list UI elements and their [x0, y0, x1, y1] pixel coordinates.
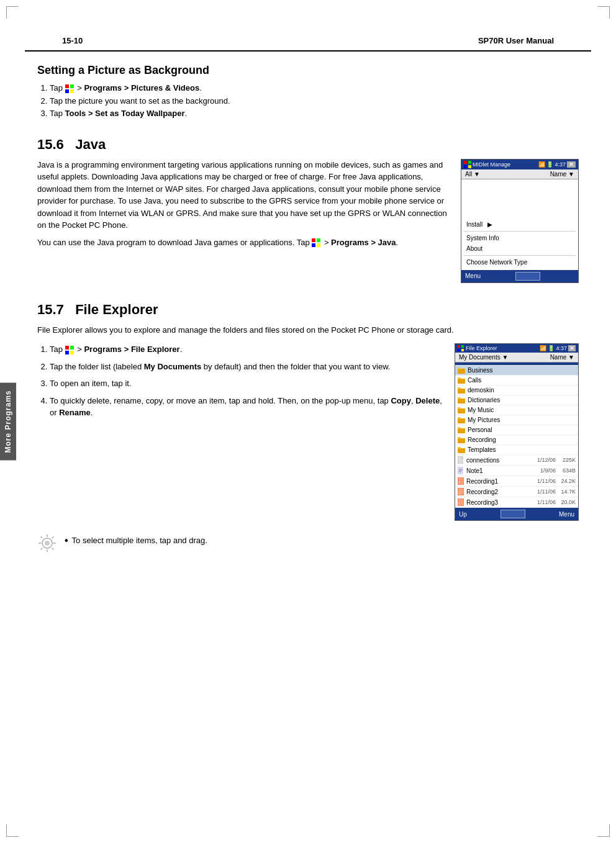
fe-row-recording3[interactable]: ♪ Recording3 1/11/06 20.0K	[455, 497, 578, 508]
file-step-2: Tap the folder list (labeled My Document…	[50, 361, 442, 373]
sidebar-tab: More Programs	[0, 382, 16, 460]
svg-rect-19	[461, 349, 464, 351]
setting-steps: Tap > Programs > Pictures & Videos. Tap …	[37, 83, 579, 118]
fe-center-btn[interactable]	[500, 510, 525, 518]
section-java: 15.6 Java Java is a programming environm…	[37, 137, 579, 283]
svg-rect-18	[458, 349, 460, 351]
svg-rect-21	[458, 367, 461, 369]
svg-rect-8	[464, 161, 467, 164]
svg-rect-12	[65, 346, 69, 349]
fe-row-templates[interactable]: Templates	[455, 445, 578, 455]
step1-bold: Programs > Pictures & Videos	[84, 83, 199, 92]
java-phone-center-btn[interactable]	[515, 272, 540, 281]
svg-rect-17	[461, 345, 464, 348]
svg-rect-7	[317, 243, 320, 247]
tip-icon	[37, 533, 57, 553]
svg-rect-22	[458, 379, 465, 384]
svg-rect-34	[458, 438, 465, 443]
java-menu-divider2	[464, 255, 576, 256]
midlet-icon	[464, 161, 471, 168]
fe-row-personal[interactable]: Personal	[455, 425, 578, 435]
svg-rect-25	[458, 387, 461, 389]
svg-rect-1	[70, 84, 74, 88]
delete-label: Delete	[415, 396, 440, 405]
svg-rect-13	[70, 346, 74, 349]
java-menu-divider	[464, 231, 576, 232]
java-para-2: You can use the Java program to download…	[37, 237, 448, 249]
fe-row-business[interactable]: Business	[455, 366, 578, 376]
file-heading: 15.7 File Explorer	[37, 302, 579, 318]
fe-menu-btn[interactable]: Menu	[559, 511, 574, 518]
setting-heading: Setting a Picture as Background	[37, 64, 579, 77]
java-phone-menu-btn[interactable]: Menu	[465, 273, 481, 279]
svg-line-58	[41, 548, 43, 550]
svg-rect-16	[458, 345, 460, 348]
fe-up-btn[interactable]: Up	[459, 511, 467, 518]
fe-folder-icon-business	[458, 367, 465, 374]
section-file-explorer: 15.7 File Explorer File Explorer allows …	[37, 302, 579, 521]
step3-bold: Tools > Set as Today Wallpaper	[65, 109, 185, 118]
svg-line-55	[41, 537, 43, 539]
java-text-area: Java is a programming environment target…	[37, 159, 448, 283]
fe-title-text: File Explorer	[466, 345, 497, 351]
fe-row-calls[interactable]: Calls	[455, 376, 578, 385]
svg-rect-20	[458, 369, 465, 374]
fe-file-icon-recording3: ♪	[458, 498, 464, 506]
setting-step-1: Tap > Programs > Pictures & Videos.	[50, 83, 579, 93]
fe-row-dictionaries[interactable]: Dictionaries	[455, 395, 578, 405]
svg-rect-6	[312, 243, 315, 247]
corner-mark-tr	[597, 6, 610, 19]
fe-row-recording[interactable]: Recording	[455, 435, 578, 445]
windows-icon-2	[312, 238, 320, 247]
corner-mark-bl	[6, 824, 19, 837]
svg-rect-10	[464, 165, 467, 168]
fe-row-recording1[interactable]: ♪ Recording1 1/11/06 24.2K	[455, 476, 578, 487]
fe-row-recording2[interactable]: ♪ Recording2 1/11/06 14.7K	[455, 487, 578, 497]
svg-rect-35	[458, 437, 461, 439]
fe-win-icon	[458, 345, 464, 351]
fe-row-mypictures[interactable]: My Pictures	[455, 415, 578, 425]
windows-icon-3	[65, 346, 74, 354]
svg-text:♪: ♪	[458, 490, 460, 494]
svg-rect-4	[312, 238, 315, 242]
svg-rect-31	[458, 417, 461, 419]
corner-mark-tl	[6, 6, 19, 19]
svg-rect-5	[317, 238, 320, 242]
page-header: 15-10 SP70R User Manual	[25, 25, 591, 52]
java-programs-link: Programs > Java	[331, 238, 396, 247]
svg-rect-0	[65, 84, 69, 88]
svg-rect-28	[458, 408, 465, 413]
java-para-1: Java is a programming environment target…	[37, 159, 448, 232]
fe-row-demoskin[interactable]: demoskin	[455, 385, 578, 395]
fe-folder-icon-personal	[458, 427, 465, 433]
svg-rect-26	[458, 399, 465, 403]
fe-row-mymusic[interactable]: My Music	[455, 405, 578, 415]
fe-row-note1[interactable]: Note1 1/9/06 634B	[455, 466, 578, 476]
fe-folder-icon-dictionaries	[458, 397, 465, 403]
tip-section: • To select multiple items, tap and drag…	[37, 533, 579, 553]
svg-rect-23	[458, 377, 461, 379]
java-menu-sysinfo: System Info	[464, 233, 576, 243]
copy-label: Copy	[391, 396, 411, 405]
java-menu-about: About	[464, 243, 576, 254]
fe-file-icon-connections	[458, 456, 464, 464]
svg-rect-38	[458, 456, 463, 464]
fe-body: Business Calls demos	[455, 363, 578, 508]
tip-text-area: • To select multiple items, tap and drag…	[65, 533, 207, 548]
java-menu-network: Choose Network Type	[464, 257, 576, 268]
fe-folder-icon-calls	[458, 377, 465, 384]
windows-icon	[65, 84, 74, 93]
file-steps-area: Tap > Programs > File Explorer. Tap the …	[37, 343, 442, 521]
rename-label: Rename	[59, 408, 91, 417]
fe-toolbar: My Documents ▼ Name ▼	[455, 353, 578, 363]
java-phone-bottombar: Menu	[461, 270, 578, 282]
svg-line-56	[52, 548, 54, 550]
svg-text:♪: ♪	[458, 480, 460, 484]
svg-text:♪: ♪	[458, 501, 460, 505]
svg-rect-15	[70, 351, 74, 354]
fe-row-connections[interactable]: connections 1/12/06 225K	[455, 455, 578, 466]
svg-rect-9	[468, 161, 471, 164]
file-explorer-screenshot: File Explorer 📶 🔋 4:37 ✕ My Documents ▼ …	[455, 343, 579, 521]
svg-rect-37	[458, 447, 461, 449]
java-phone-screenshot: MIDlet Manage 📶 🔋 4:37 ✕ All ▼ Name ▼	[461, 159, 579, 283]
